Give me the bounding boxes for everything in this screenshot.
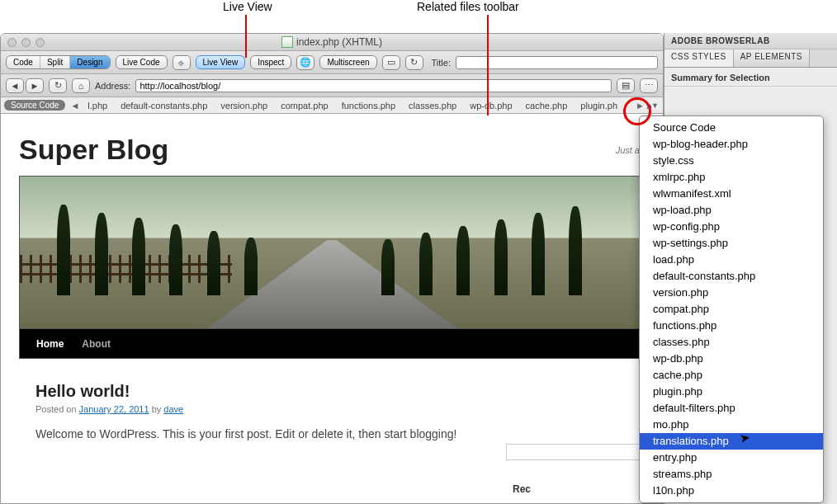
header-image [19, 176, 645, 329]
view-mode-segment[interactable]: Code Split Design [6, 55, 111, 69]
dropdown-item[interactable]: translations.php [640, 433, 823, 450]
file-icon [281, 36, 293, 48]
annotation-circle [623, 97, 651, 125]
related-file[interactable]: default-constants.php [114, 101, 214, 111]
related-file[interactable]: wp-db.php [463, 101, 518, 111]
check-icon[interactable]: ⎆ [173, 55, 191, 70]
dropdown-item[interactable]: classes.php [640, 334, 823, 351]
related-file[interactable]: classes.php [402, 101, 463, 111]
refresh-icon[interactable]: ↻ [405, 55, 423, 70]
panel-tabs: CSS STYLES AP ELEMENTS [664, 49, 837, 68]
live-code-button[interactable]: Live Code [116, 55, 168, 69]
related-file[interactable]: functions.php [335, 101, 402, 111]
dropdown-item[interactable]: version.php [640, 285, 823, 301]
window-title-text: index.php (XHTML) [296, 36, 382, 48]
dropdown-item[interactable]: l10n.php [640, 483, 823, 499]
chevron-left-icon[interactable]: ◄ [69, 101, 81, 111]
window-title: index.php (XHTML) [1, 36, 663, 48]
tab-css-styles[interactable]: CSS STYLES [664, 49, 734, 67]
tool-icon[interactable]: ▭ [382, 55, 400, 70]
reload-icon[interactable]: ↻ [49, 78, 67, 93]
dropdown-item[interactable]: wp-settings.php [640, 235, 823, 252]
app-window: index.php (XHTML) Code Split Design Live… [0, 33, 664, 504]
related-file[interactable]: compat.php [274, 101, 334, 111]
post-meta-by: by [149, 404, 164, 414]
title-label: Title: [432, 58, 451, 68]
related-file[interactable]: plugin.ph [574, 101, 624, 111]
live-view-button[interactable]: Live View [196, 55, 246, 69]
titlebar: index.php (XHTML) [1, 34, 663, 51]
home-icon[interactable]: ⌂ [72, 78, 90, 93]
related-file[interactable]: l.php [81, 101, 114, 111]
post-author-link[interactable]: dave [163, 404, 183, 414]
post-body: Welcome to WordPress. This is your first… [35, 427, 628, 440]
chevron-down-icon: ▼ [651, 101, 659, 110]
settings-icon[interactable]: ⋯ [640, 78, 658, 93]
recent-posts-heading: Rec [498, 483, 663, 495]
post-meta: Posted on January 22, 2011 by dave [35, 404, 628, 414]
address-input[interactable] [135, 79, 612, 92]
document-toolbar: Code Split Design Live Code ⎆ Live View … [1, 51, 663, 74]
dropdown-item[interactable]: mo.php [640, 417, 823, 433]
related-files-dropdown[interactable]: Source Codewp-blog-header.phpstyle.cssxm… [639, 115, 824, 503]
dropdown-item[interactable]: default-filters.php [640, 400, 823, 417]
site-title: Super Blog [19, 134, 645, 166]
annotation-related-files: Related files toolbar [417, 0, 519, 13]
summary-heading: Summary for Selection [664, 68, 837, 87]
browser-nav-toolbar: ◄ ► ↻ ⌂ Address: ▤ ⋯ [1, 74, 663, 97]
address-label: Address: [95, 81, 130, 91]
annotation-line-live-view [245, 15, 247, 58]
title-input[interactable] [456, 56, 658, 69]
dropdown-item[interactable]: load.php [640, 252, 823, 268]
nav-about[interactable]: About [82, 338, 111, 350]
back-icon[interactable]: ◄ [6, 78, 24, 93]
related-file[interactable]: cache.php [519, 101, 575, 111]
annotation-line-related [487, 15, 489, 115]
dropdown-item[interactable]: entry.php [640, 450, 823, 466]
dropdown-item[interactable]: cache.php [640, 367, 823, 384]
post-date-link[interactable]: January 22, 2011 [79, 404, 149, 414]
live-view-area: Super Blog Just a Home About Hello world… [1, 114, 663, 503]
post-title: Hello world! [35, 382, 628, 401]
panel-browserlab[interactable]: ADOBE BROWSERLAB [664, 33, 837, 49]
nav-home[interactable]: Home [36, 338, 64, 350]
dropdown-item[interactable]: wp-blog-header.php [640, 136, 823, 153]
related-files-bar: Source Code ◄ l.php default-constants.ph… [1, 97, 663, 114]
dropdown-item[interactable]: streams.php [640, 466, 823, 483]
tab-ap-elements[interactable]: AP ELEMENTS [734, 49, 810, 67]
bookmark-icon[interactable]: ▤ [617, 78, 635, 93]
related-file[interactable]: version.php [214, 101, 274, 111]
design-button[interactable]: Design [70, 56, 109, 68]
dropdown-item[interactable]: style.css [640, 153, 823, 169]
split-button[interactable]: Split [40, 56, 70, 68]
forward-icon[interactable]: ► [26, 78, 44, 93]
dropdown-item[interactable]: wlwmanifest.xml [640, 186, 823, 202]
dropdown-item[interactable]: wp-db.php [640, 351, 823, 367]
dropdown-item[interactable]: compat.php [640, 301, 823, 318]
code-button[interactable]: Code [7, 56, 40, 68]
dropdown-item[interactable]: wp-config.php [640, 219, 823, 235]
multiscreen-button[interactable]: Multiscreen [319, 55, 376, 69]
annotation-live-view: Live View [223, 0, 272, 13]
globe-icon[interactable]: 🌐 [296, 55, 314, 70]
dropdown-item[interactable]: plugin.php [640, 384, 823, 400]
inspect-button[interactable]: Inspect [250, 55, 291, 69]
tagline: Just a [616, 145, 640, 155]
search-input[interactable] [506, 444, 646, 460]
dropdown-item[interactable]: functions.php [640, 318, 823, 334]
dropdown-item[interactable]: default-constants.php [640, 268, 823, 285]
post-meta-posted: Posted on [35, 404, 79, 414]
dropdown-item[interactable]: Source Code [640, 120, 823, 136]
source-code-pill[interactable]: Source Code [4, 100, 65, 111]
site-nav: Home About [19, 329, 645, 359]
dropdown-item[interactable]: wp-load.php [640, 202, 823, 219]
dropdown-item[interactable]: xmlrpc.php [640, 169, 823, 186]
dropdown-item[interactable]: formatting.php [640, 499, 823, 503]
